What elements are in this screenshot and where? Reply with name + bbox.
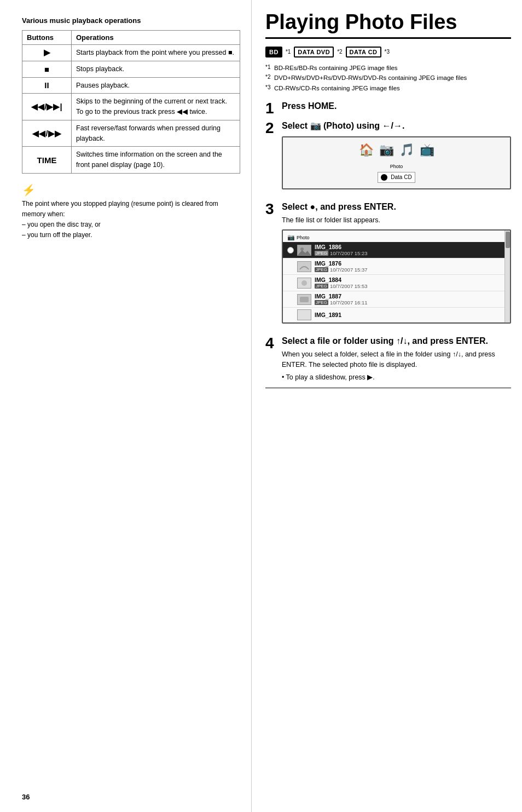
badge-datacd: DATA CD [346,47,381,57]
step-2: 2 Select 📷 (Photo) using ←/→. 🏠 📷 🎵 📺 Ph… [265,120,511,197]
step-4-content: Select a file or folder using ↑/↓, and p… [282,336,511,382]
file-badge-1: JPEG [315,251,328,256]
file-meta-4: JPEG 10/7/2007 16:11 [315,300,506,306]
file-info-2: IMG_1876 JPEG 10/7/2007 15:37 [315,260,506,273]
page-title: Playing Photo Files [265,11,511,39]
sup-3: *3 [385,49,390,55]
svg-rect-8 [298,310,311,320]
table-row: TIMESwitches time information on the scr… [22,147,240,174]
file-name-2: IMG_1876 [315,260,506,267]
table-row: ▶Starts playback from the point where yo… [22,45,240,61]
footnote-3: *3 CD-RWs/CD-Rs containing JPEG image fi… [265,83,511,93]
left-column: Various music playback operations Button… [0,0,252,812]
home-icon: 🏠 [359,143,374,157]
step-3-desc: The file list or folder list appears. [282,215,511,226]
operation-cell-5: Switches time information on the screen … [72,147,240,174]
table-row: ◀◀/▶▶Fast reverse/fast forwards when pre… [22,120,240,147]
sup-2: *2 [337,49,342,55]
step-2-content: Select 📷 (Photo) using ←/→. 🏠 📷 🎵 📺 Phot… [282,120,511,197]
file-date-2: 10/7/2007 15:37 [330,267,368,273]
file-name-1: IMG_1886 [315,244,506,250]
file-meta-2: JPEG 10/7/2007 15:37 [315,267,506,273]
file-name-5: IMG_1891 [315,312,506,318]
page-number: 36 [22,793,30,801]
file-badge-4: JPEG [315,300,328,305]
operation-cell-2: Pauses playback. [72,77,240,94]
file-info-3: IMG_1884 JPEG 10/7/2007 15:53 [315,277,506,289]
badge-datadvd: DATA DVD [294,47,334,57]
step-3-number: 3 [265,201,279,217]
file-thumb-4 [297,294,311,305]
file-date-4: 10/7/2007 16:11 [330,300,368,306]
button-cell-3: ◀◀/▶▶| [22,94,72,120]
section-title: Various music playback operations [22,16,240,25]
file-list-photo-icon: 📷 [287,234,295,240]
badge-bd: BD [265,47,282,57]
file-date-1: 10/7/2007 15:23 [330,250,368,256]
ui-icons-row: 🏠 📷 🎵 📺 [288,143,504,157]
button-cell-4: ◀◀/▶▶ [22,120,72,147]
table-row: ■Stops playback. [22,61,240,77]
step-3-label: Select ●, and press ENTER. [282,201,511,213]
file-meta-3: JPEG 10/7/2007 15:53 [315,283,506,289]
selected-dot [381,174,387,181]
svg-rect-7 [300,297,309,302]
button-cell-0: ▶ [22,45,72,61]
col-header-operations: Operations [72,31,240,45]
file-list-item[interactable]: IMG_1886 JPEG 10/7/2007 15:23 [283,242,510,258]
svg-point-5 [301,280,307,286]
button-cell-2: II [22,77,72,94]
operation-cell-0: Starts playback from the point where you… [72,45,240,61]
footnote-1: *1 BD-REs/BD-Rs containing JPEG image fi… [265,63,511,73]
photo-icon: 📷 [379,143,394,157]
file-list-header: 📷 Photo [283,231,510,242]
file-list-item[interactable]: IMG_1891 [283,308,510,323]
file-list-box: 📷 Photo IMG_1886 JPEG 10/7/2007 15:23 [282,229,511,324]
step-2-ui-box: 🏠 📷 🎵 📺 Photo Data CD [282,136,511,189]
note-text: The point where you stopped playing (res… [22,199,240,241]
step-4-bullet: • To play a slideshow, press ▶. [282,372,511,383]
photo-label-small: Photo [390,164,403,169]
step-2-number: 2 [265,120,279,136]
step-4-label: Select a file or folder using ↑/↓, and p… [282,336,511,347]
file-thumb-5 [297,309,311,320]
file-badge-3: JPEG [315,284,328,289]
ui-selected-row: Data CD [378,172,415,183]
file-info-4: IMG_1887 JPEG 10/7/2007 16:11 [315,293,506,306]
step-4-number: 4 [265,336,279,351]
operation-cell-4: Fast reverse/fast forwards when pressed … [72,120,240,147]
file-list-item[interactable]: IMG_1876 JPEG 10/7/2007 15:37 [283,258,510,275]
step-1: 1 Press HOME. [265,101,511,116]
step-1-number: 1 [265,101,279,116]
file-list-item[interactable]: IMG_1884 JPEG 10/7/2007 15:53 [283,275,510,291]
step-1-label: Press HOME. [282,101,511,112]
file-thumb-2 [297,261,311,272]
operation-cell-1: Stops playback. [72,61,240,77]
file-thumb-1 [297,245,311,256]
data-cd-label: Data CD [391,174,411,180]
file-meta-1: JPEG 10/7/2007 15:23 [315,250,506,256]
disc-badges: BD *1 DATA DVD *2 DATA CD *3 [265,47,511,57]
scrollbar-thumb[interactable] [506,232,510,248]
operation-cell-3: Skips to the beginning of the current or… [72,94,240,120]
note-section: ⚡ The point where you stopped playing (r… [22,183,240,241]
video-icon: 📺 [420,143,434,157]
file-list-photo-label: Photo [297,235,310,240]
bottom-rule [265,388,511,391]
table-row: IIPauses playback. [22,77,240,94]
music-icon: 🎵 [399,143,414,157]
file-list-item[interactable]: IMG_1887 JPEG 10/7/2007 16:11 [283,291,510,308]
button-cell-5: TIME [22,147,72,174]
sup-1: *1 [286,49,291,55]
step-2-label: Select 📷 (Photo) using ←/→. [282,120,511,132]
file-name-4: IMG_1887 [315,293,506,300]
file-date-3: 10/7/2007 15:53 [330,283,368,289]
step-3-content: Select ●, and press ENTER. The file list… [282,201,511,332]
scrollbar[interactable] [504,231,510,323]
step-1-content: Press HOME. [282,101,511,114]
file-info-1: IMG_1886 JPEG 10/7/2007 15:23 [315,244,506,256]
footnotes: *1 BD-REs/BD-Rs containing JPEG image fi… [265,63,511,93]
file-dot-selected [287,247,294,254]
file-info-5: IMG_1891 [315,312,506,318]
step-4-desc: When you select a folder, select a file … [282,349,511,370]
